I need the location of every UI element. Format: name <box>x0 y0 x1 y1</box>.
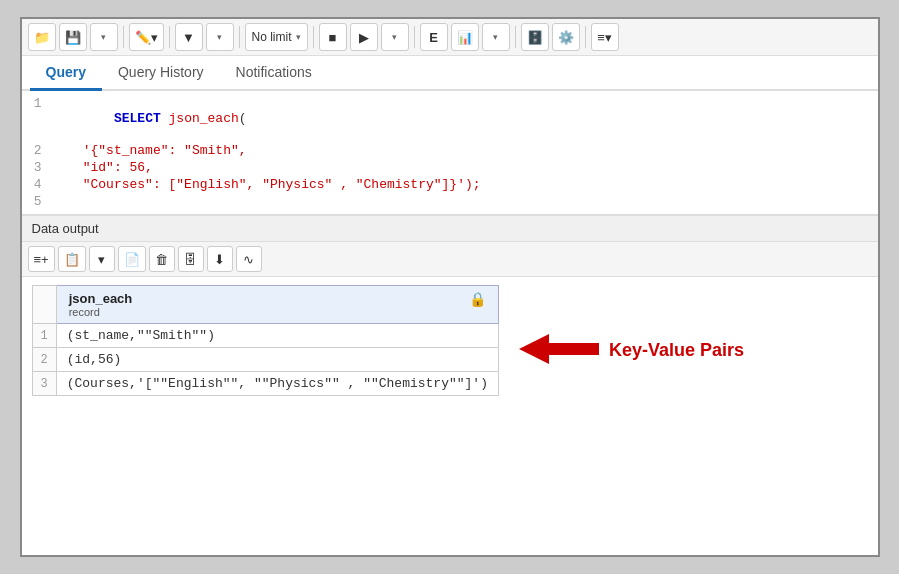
editor-line-4: 4 "Courses": ["English", "Physics" , "Ch… <box>22 176 878 193</box>
data-output-header: Data output <box>22 216 878 242</box>
tab-query-history[interactable]: Query History <box>102 56 220 91</box>
header-row-num <box>32 286 56 324</box>
column-name: json_each <box>69 291 486 306</box>
chart-button[interactable]: 📊 <box>451 23 479 51</box>
tab-notifications[interactable]: Notifications <box>220 56 328 91</box>
limit-label: No limit <box>252 30 292 44</box>
line-content-1: SELECT json_each( <box>52 96 247 141</box>
row-value-2: (id,56) <box>56 348 498 372</box>
separator-4 <box>313 26 314 48</box>
delete-button[interactable]: 🗑 <box>149 246 175 272</box>
filter-dropdown-button[interactable]: ▾ <box>206 23 234 51</box>
filter-button[interactable]: ▼ <box>175 23 203 51</box>
editor-line-2: 2 '{"st_name": "Smith", <box>22 142 878 159</box>
annotation-text: Key-Value Pairs <box>609 340 744 361</box>
copy-button[interactable]: 📋 <box>58 246 86 272</box>
arrow-icon <box>519 329 599 373</box>
table-row: 3 (Courses,'[""English"", ""Physics"" , … <box>32 372 498 396</box>
sql-editor[interactable]: 1 SELECT json_each( 2 '{"st_name": "Smit… <box>22 91 878 216</box>
result-table: 🔒 json_each record 1 (st_name,""Smith"")… <box>32 285 499 396</box>
row-num-1: 1 <box>32 324 56 348</box>
data-output-label: Data output <box>32 221 99 236</box>
explain-button[interactable]: E <box>420 23 448 51</box>
run-dropdown-button[interactable]: ▾ <box>381 23 409 51</box>
editor-line-5: 5 <box>22 193 878 210</box>
main-window: 📁 💾 ▾ ✏️▾ ▼ ▾ No limit ▾ ■ ▶ ▾ E 📊 ▾ 🗄️ … <box>20 17 880 557</box>
edit-button[interactable]: ✏️▾ <box>129 23 164 51</box>
tab-bar: Query Query History Notifications <box>22 56 878 91</box>
db-button[interactable]: 🗄️ <box>521 23 549 51</box>
editor-line-3: 3 "id": 56, <box>22 159 878 176</box>
separator-6 <box>515 26 516 48</box>
tab-query[interactable]: Query <box>30 56 102 91</box>
data-toolbar: ≡+ 📋 ▾ 📄 🗑 🗄 ⬇ ∿ <box>22 242 878 277</box>
chart-view-button[interactable]: ∿ <box>236 246 262 272</box>
line-number-2: 2 <box>22 143 52 158</box>
limit-dropdown[interactable]: No limit ▾ <box>245 23 308 51</box>
line-number-1: 1 <box>22 96 52 111</box>
line-content-3: "id": 56, <box>52 160 153 175</box>
row-value-3: (Courses,'[""English"", ""Physics"" , ""… <box>56 372 498 396</box>
row-num-3: 3 <box>32 372 56 396</box>
column-type: record <box>69 306 486 318</box>
row-value-1: (st_name,""Smith"") <box>56 324 498 348</box>
toolbar: 📁 💾 ▾ ✏️▾ ▼ ▾ No limit ▾ ■ ▶ ▾ E 📊 ▾ 🗄️ … <box>22 19 878 56</box>
import-button[interactable]: 🗄 <box>178 246 204 272</box>
separator-5 <box>414 26 415 48</box>
row-num-2: 2 <box>32 348 56 372</box>
separator-7 <box>585 26 586 48</box>
line-content-2: '{"st_name": "Smith", <box>52 143 247 158</box>
lock-icon: 🔒 <box>469 291 486 307</box>
annotation: Key-Value Pairs <box>519 285 744 396</box>
line-number-3: 3 <box>22 160 52 175</box>
editor-line-1: 1 SELECT json_each( <box>22 95 878 142</box>
save-dropdown-button[interactable]: ▾ <box>90 23 118 51</box>
table-row: 1 (st_name,""Smith"") <box>32 324 498 348</box>
menu-button[interactable]: ≡▾ <box>591 23 619 51</box>
open-folder-button[interactable]: 📁 <box>28 23 56 51</box>
copy-dropdown-button[interactable]: ▾ <box>89 246 115 272</box>
column-header-json-each: 🔒 json_each record <box>56 286 498 324</box>
download-button[interactable]: ⬇ <box>207 246 233 272</box>
line-content-4: "Courses": ["English", "Physics" , "Chem… <box>52 177 481 192</box>
chart-dropdown-button[interactable]: ▾ <box>482 23 510 51</box>
run-button[interactable]: ▶ <box>350 23 378 51</box>
save-button[interactable]: 💾 <box>59 23 87 51</box>
line-number-5: 5 <box>22 194 52 209</box>
paste-button[interactable]: 📄 <box>118 246 146 272</box>
separator-3 <box>239 26 240 48</box>
db2-button[interactable]: ⚙️ <box>552 23 580 51</box>
table-row: 2 (id,56) <box>32 348 498 372</box>
stop-button[interactable]: ■ <box>319 23 347 51</box>
line-number-4: 4 <box>22 177 52 192</box>
svg-marker-0 <box>519 334 599 364</box>
separator-1 <box>123 26 124 48</box>
limit-chevron-icon: ▾ <box>296 32 301 42</box>
add-row-button[interactable]: ≡+ <box>28 246 55 272</box>
separator-2 <box>169 26 170 48</box>
table-area: 🔒 json_each record 1 (st_name,""Smith"")… <box>22 277 878 404</box>
